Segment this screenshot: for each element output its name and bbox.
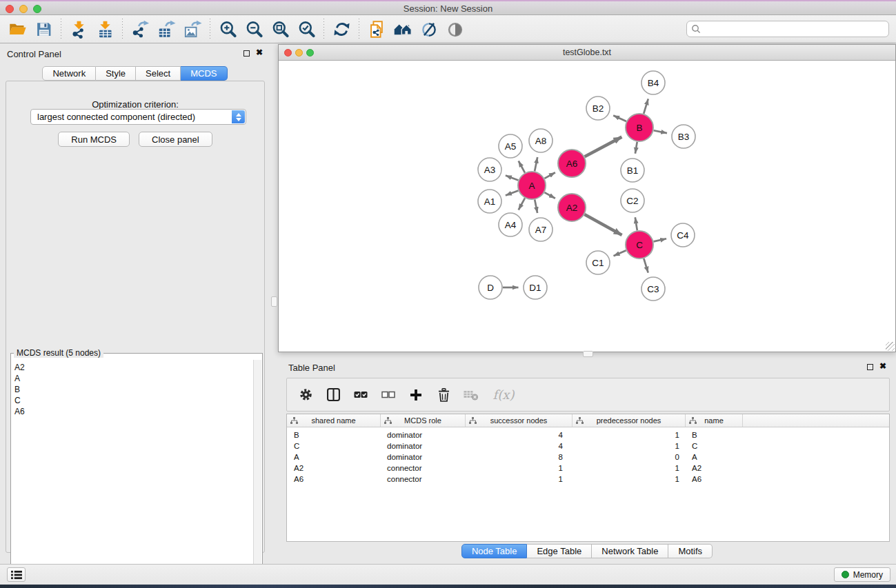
function-builder-button[interactable]: f(x) [488, 385, 519, 405]
graph-node-A3[interactable]: A3 [478, 158, 501, 181]
table-cell[interactable]: 1 [466, 474, 573, 485]
delete-column-button[interactable] [433, 385, 454, 405]
column-header-predecessor-nodes[interactable]: predecessor nodes [573, 414, 686, 427]
table-cell[interactable]: 4 [466, 429, 573, 440]
edge-B-B4[interactable] [644, 99, 648, 114]
close-panel-button[interactable]: Close panel [139, 132, 212, 147]
export-image-button[interactable] [179, 17, 206, 41]
graph-node-C1[interactable]: C1 [586, 251, 610, 274]
edge-C-C2[interactable] [635, 217, 637, 230]
zoom-out-button[interactable] [241, 17, 267, 41]
graph-node-C3[interactable]: C3 [641, 277, 665, 301]
table-cell[interactable]: 0 [573, 452, 686, 463]
column-header-MCDS-role[interactable]: MCDS role [381, 414, 466, 427]
table-cell[interactable]: A6 [686, 474, 743, 485]
edge-B-B1[interactable] [635, 142, 637, 154]
close-panel-icon[interactable]: ✖ [879, 361, 886, 371]
tab-mcds[interactable]: MCDS [181, 66, 227, 81]
graph-node-D1[interactable]: D1 [524, 276, 547, 299]
run-mcds-button[interactable]: Run MCDS [58, 132, 130, 147]
import-network-button[interactable] [66, 17, 92, 41]
edge-A-A2[interactable] [544, 192, 555, 199]
edge-A-A6[interactable] [544, 172, 555, 179]
graph-node-C[interactable]: C [626, 231, 653, 258]
edge-A-A8[interactable] [535, 157, 537, 171]
toggle-graphics-button[interactable] [442, 17, 468, 41]
edge-C-C1[interactable] [614, 250, 626, 256]
edge-A-A4[interactable] [519, 198, 525, 210]
result-item[interactable]: C [14, 395, 253, 406]
network-canvas[interactable]: B4B2BB3B1A5A8A6A3AA1A2A4A7C2C4CC1C3DD1 [279, 61, 895, 352]
tab-edge-table[interactable]: Edge Table [527, 544, 592, 558]
table-cell[interactable]: 8 [466, 452, 573, 463]
add-column-button[interactable] [406, 385, 426, 405]
open-session-button[interactable] [4, 17, 30, 41]
table-cell[interactable]: connector [381, 474, 466, 485]
table-cell[interactable]: connector [381, 463, 466, 474]
deselect-all-button[interactable] [378, 385, 399, 405]
task-history-button[interactable] [7, 567, 26, 582]
graph-node-B2[interactable]: B2 [586, 97, 610, 120]
table-cell[interactable]: A [287, 452, 381, 463]
edge-B-B3[interactable] [654, 130, 667, 133]
edge-A-A5[interactable] [519, 161, 525, 173]
tab-motifs[interactable]: Motifs [668, 544, 713, 558]
table-cell[interactable]: dominator [381, 452, 466, 463]
graph-node-A6[interactable]: A6 [558, 150, 586, 177]
table-cell[interactable]: A [686, 452, 743, 463]
result-item[interactable]: A6 [14, 406, 253, 417]
column-header-name[interactable]: name [686, 414, 743, 427]
graph-node-B4[interactable]: B4 [641, 71, 665, 94]
window-resize-grip[interactable] [886, 342, 895, 351]
edge-A-A7[interactable] [535, 200, 537, 213]
tab-select[interactable]: Select [136, 66, 181, 81]
table-cell[interactable]: 1 [573, 440, 686, 452]
result-item[interactable]: B [14, 384, 253, 395]
table-cell[interactable]: dominator [381, 429, 466, 440]
table-cell[interactable]: A6 [287, 474, 381, 485]
float-panel-icon[interactable] [867, 364, 873, 370]
graph-node-A8[interactable]: A8 [529, 129, 552, 152]
delete-table-button[interactable] [461, 385, 481, 405]
zoom-fit-button[interactable] [267, 17, 293, 41]
table-cell[interactable]: A2 [686, 463, 743, 474]
vertical-divider-grip[interactable] [271, 296, 277, 307]
edge-B-B2[interactable] [613, 115, 626, 121]
table-row[interactable]: A6connector11A6 [287, 474, 889, 485]
edge-A6-B[interactable] [585, 137, 622, 157]
table-row[interactable]: Bdominator41B [287, 429, 889, 440]
optimization-criterion-select[interactable]: largest connected component (directed) [30, 109, 246, 125]
table-cell[interactable]: 4 [466, 440, 573, 452]
select-all-button[interactable] [350, 385, 371, 405]
split-panel-button[interactable] [323, 385, 344, 405]
graph-node-B[interactable]: B [626, 114, 653, 141]
table-cell[interactable]: dominator [381, 440, 466, 452]
apply-layout-button[interactable] [390, 17, 416, 41]
clone-network-button[interactable] [364, 17, 390, 41]
table-settings-button[interactable] [295, 385, 316, 405]
result-item[interactable]: A2 [14, 362, 253, 373]
search-input[interactable] [701, 23, 888, 35]
graph-node-A2[interactable]: A2 [558, 194, 586, 221]
table-cell[interactable]: 1 [573, 474, 686, 485]
edge-C-C4[interactable] [654, 239, 667, 241]
table-row[interactable]: Cdominator41C [287, 440, 889, 452]
graph-node-A1[interactable]: A1 [478, 190, 501, 213]
refresh-view-button[interactable] [328, 17, 355, 41]
close-panel-icon[interactable]: ✖ [256, 48, 263, 57]
table-cell[interactable]: 1 [573, 463, 686, 474]
network-window-titlebar[interactable]: testGlobe.txt [279, 45, 895, 61]
search-box[interactable] [686, 21, 889, 37]
table-cell[interactable]: B [287, 429, 381, 440]
table-cell[interactable]: C [686, 440, 743, 452]
horizontal-divider-grip[interactable] [583, 351, 593, 357]
export-table-button[interactable] [153, 17, 179, 41]
edge-A-A1[interactable] [506, 190, 519, 195]
graph-node-A5[interactable]: A5 [499, 134, 522, 158]
graph-node-A7[interactable]: A7 [529, 218, 552, 241]
table-cell[interactable]: C [287, 440, 381, 452]
memory-button[interactable]: Memory [834, 567, 890, 582]
tab-node-table[interactable]: Node Table [461, 544, 528, 558]
hide-panels-button[interactable] [416, 17, 442, 41]
table-cell[interactable]: B [686, 429, 743, 440]
